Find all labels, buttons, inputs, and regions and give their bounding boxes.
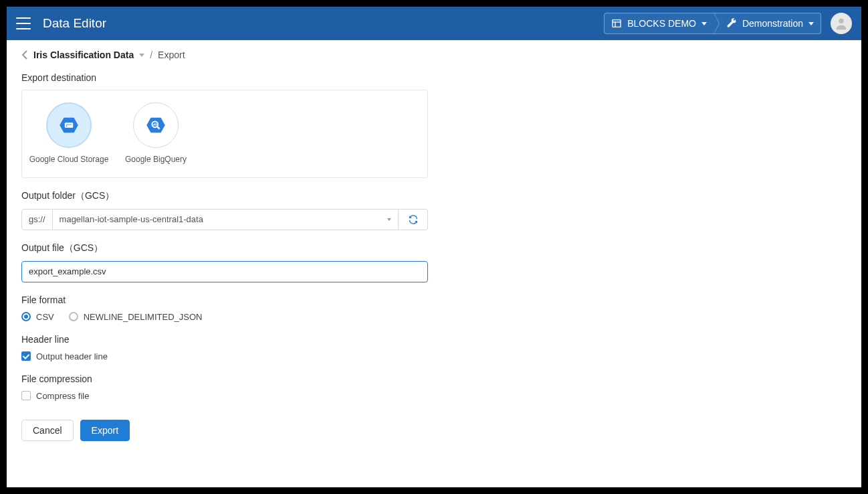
caret-down-icon <box>808 22 814 25</box>
svg-rect-6 <box>66 125 72 125</box>
refresh-icon <box>408 214 419 225</box>
wrench-icon <box>726 18 737 29</box>
gcs-icon <box>59 115 79 135</box>
app-header: Data Editor BLOCKS DEMO Demonstration <box>7 7 861 40</box>
svg-rect-13 <box>156 124 156 126</box>
caret-down-icon[interactable] <box>139 54 144 57</box>
label-file-compression: File compression <box>21 374 847 384</box>
breadcrumb-title[interactable]: Iris Classification Data <box>33 50 134 60</box>
label-header-line: Header line <box>21 334 847 345</box>
radio-csv[interactable]: CSV <box>21 312 54 322</box>
destination-gcs-label: Google Cloud Storage <box>29 155 109 165</box>
destination-box: Google Cloud Storage Google BigQuery <box>21 90 428 178</box>
svg-point-3 <box>839 19 843 23</box>
project-icon <box>611 18 622 29</box>
project-label: BLOCKS DEMO <box>627 18 696 29</box>
checkbox-header[interactable] <box>21 351 31 361</box>
output-file-input[interactable] <box>21 261 428 282</box>
svg-rect-12 <box>154 123 155 126</box>
label-destination: Export destination <box>21 72 847 83</box>
refresh-button[interactable] <box>399 209 428 230</box>
radio-csv-label: CSV <box>36 312 54 322</box>
label-file-format: File format <box>21 295 847 305</box>
export-button[interactable]: Export <box>80 420 130 441</box>
destination-bigquery[interactable]: Google BigQuery <box>116 102 196 165</box>
menu-icon[interactable] <box>16 17 31 29</box>
caret-down-icon <box>701 22 707 25</box>
radio-icon <box>21 312 31 321</box>
radio-icon <box>69 312 78 321</box>
cancel-button[interactable]: Cancel <box>21 420 74 441</box>
user-icon <box>834 16 849 31</box>
radio-json[interactable]: NEWLINE_DELIMITED_JSON <box>69 312 203 322</box>
destination-bigquery-label: Google BigQuery <box>125 155 187 165</box>
breadcrumb-current: Export <box>158 50 185 60</box>
svg-rect-5 <box>65 122 74 128</box>
chevron-down-icon <box>387 218 391 221</box>
destination-gcs[interactable]: Google Cloud Storage <box>29 102 109 165</box>
svg-point-7 <box>66 125 68 127</box>
label-output-folder: Output folder（GCS） <box>21 190 847 202</box>
breadcrumb: Iris Classification Data / Export <box>21 50 847 60</box>
svg-rect-11 <box>153 124 154 126</box>
project-selector[interactable]: BLOCKS DEMO <box>604 13 714 34</box>
demo-selector[interactable]: Demonstration <box>714 13 821 34</box>
folder-prefix: gs:// <box>21 209 53 230</box>
avatar[interactable] <box>831 13 852 34</box>
checkbox-compress[interactable] <box>21 391 31 400</box>
svg-rect-0 <box>613 20 621 27</box>
folder-select[interactable]: magellan-iot-sample-us-central1-data <box>53 209 399 230</box>
checkbox-header-label: Output header line <box>36 351 108 361</box>
checkbox-compress-label: Compress file <box>36 391 89 401</box>
radio-json-label: NEWLINE_DELIMITED_JSON <box>84 312 203 322</box>
breadcrumb-separator: / <box>150 50 152 60</box>
label-output-file: Output file（GCS） <box>21 242 847 254</box>
folder-value: magellan-iot-sample-us-central1-data <box>60 214 203 224</box>
back-icon[interactable] <box>21 50 28 60</box>
app-title: Data Editor <box>43 16 106 31</box>
demo-label: Demonstration <box>742 18 803 29</box>
bigquery-icon <box>146 115 166 135</box>
